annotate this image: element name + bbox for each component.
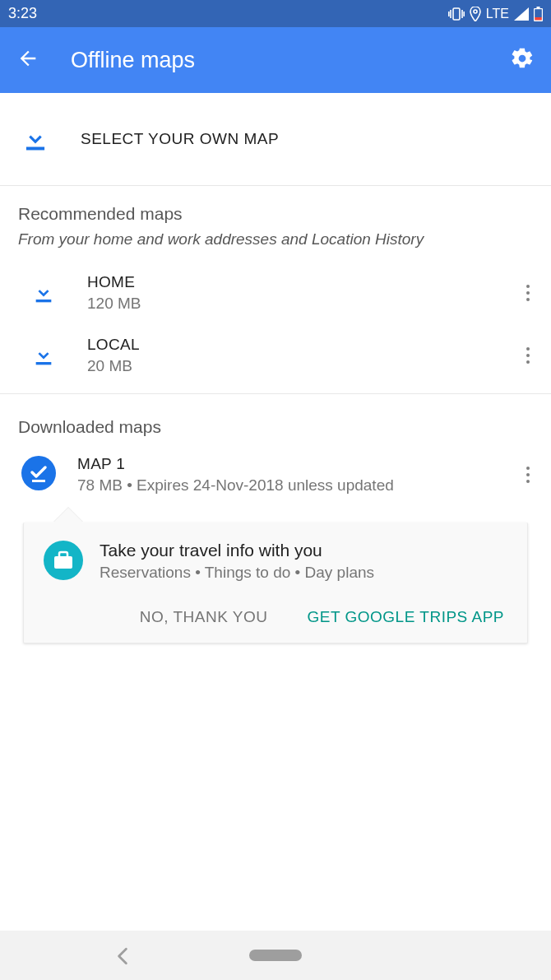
svg-rect-10: [26, 147, 44, 151]
svg-rect-8: [535, 9, 542, 17]
svg-rect-11: [36, 300, 52, 302]
more-vert-icon: [526, 347, 530, 364]
more-options-button[interactable]: [516, 341, 539, 370]
location-icon: [470, 7, 481, 21]
promo-subtitle: Reservations • Things to do • Day plans: [100, 564, 374, 582]
svg-point-5: [474, 10, 477, 13]
promo-title: Take your travel info with you: [100, 541, 374, 560]
svg-rect-9: [535, 17, 542, 21]
more-options-button[interactable]: [516, 460, 539, 490]
status-time: 3:23: [8, 5, 37, 22]
download-icon: [25, 342, 63, 369]
svg-rect-0: [453, 8, 460, 20]
suitcase-icon: [44, 541, 83, 583]
system-nav-bar: [0, 931, 551, 980]
downloaded-map-detail: 78 MB • Expires 24-Nov-2018 unless updat…: [77, 476, 394, 495]
promo-accept-button[interactable]: GET GOOGLE TRIPS APP: [304, 603, 507, 631]
recommended-subtitle: From your home and work addresses and Lo…: [18, 230, 533, 248]
svg-rect-16: [54, 556, 72, 569]
vibrate-icon: [448, 7, 465, 21]
signal-icon: [514, 7, 529, 21]
more-vert-icon: [526, 467, 530, 483]
trips-promo-card: Take your travel info with you Reservati…: [23, 523, 528, 643]
back-icon[interactable]: [16, 47, 39, 73]
download-icon: [25, 280, 63, 306]
nav-back-icon[interactable]: [115, 947, 130, 968]
battery-icon: [534, 7, 543, 21]
svg-rect-14: [32, 480, 45, 482]
app-bar: Offline maps: [0, 27, 551, 93]
download-icon: [16, 123, 54, 155]
downloaded-check-icon: [21, 456, 56, 494]
page-title: Offline maps: [71, 48, 195, 73]
recommended-map-size: 20 MB: [87, 357, 140, 375]
svg-rect-7: [537, 7, 540, 8]
recommended-map-row[interactable]: HOME 120 MB: [0, 262, 551, 324]
recommended-map-row[interactable]: LOCAL 20 MB: [0, 324, 551, 387]
svg-rect-12: [36, 362, 52, 365]
select-own-map-label: SELECT YOUR OWN MAP: [81, 130, 279, 148]
more-vert-icon: [526, 285, 530, 301]
recommended-map-name: HOME: [87, 273, 141, 291]
more-options-button[interactable]: [516, 278, 539, 308]
select-own-map-row[interactable]: SELECT YOUR OWN MAP: [0, 93, 551, 186]
network-label: LTE: [486, 7, 509, 21]
promo-decline-button[interactable]: NO, THANK YOU: [137, 603, 271, 631]
downloaded-map-name: MAP 1: [77, 455, 394, 473]
gear-icon[interactable]: [510, 46, 535, 74]
recommended-section-header: Recommended maps From your home and work…: [0, 186, 551, 248]
recommended-map-name: LOCAL: [87, 336, 140, 354]
recommended-title: Recommended maps: [18, 204, 533, 224]
nav-home-pill[interactable]: [249, 950, 302, 961]
recommended-map-size: 120 MB: [87, 295, 141, 313]
status-bar: 3:23 LTE: [0, 0, 551, 27]
downloaded-title: Downloaded maps: [18, 417, 533, 437]
downloaded-section-header: Downloaded maps: [0, 394, 551, 437]
downloaded-map-row[interactable]: MAP 1 78 MB • Expires 24-Nov-2018 unless…: [0, 437, 551, 495]
